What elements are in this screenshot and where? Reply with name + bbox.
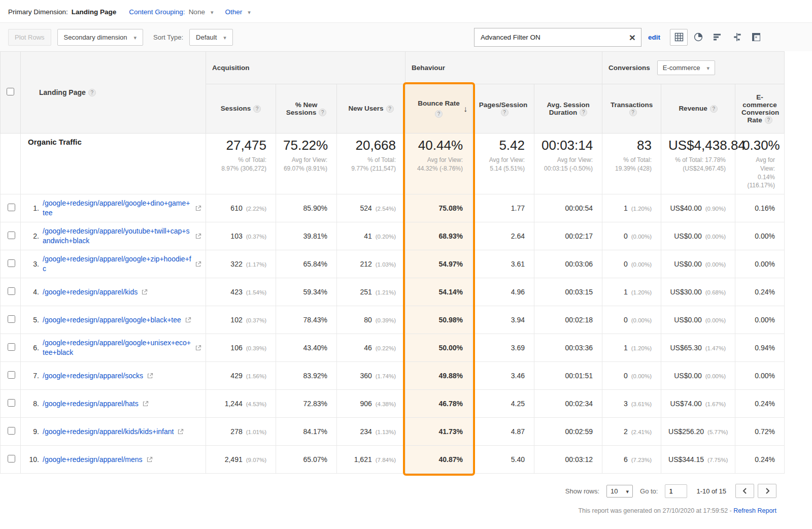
row-checkbox[interactable] <box>8 427 15 435</box>
open-in-new-icon[interactable] <box>177 428 184 435</box>
avg-session-duration-cell: 00:03:12 <box>534 446 602 474</box>
help-icon[interactable] <box>765 116 772 124</box>
conv-rate-cell: 0.24% <box>735 446 785 474</box>
summary-transactions-cell: 83 % of Total:19.39% (428) <box>602 134 661 194</box>
new-sessions-column-header[interactable]: % New Sessions <box>276 84 337 134</box>
avg-session-duration-cell: 00:00:54 <box>534 194 602 222</box>
next-page-button[interactable] <box>758 484 776 498</box>
help-icon[interactable] <box>88 89 96 96</box>
open-in-new-icon[interactable] <box>195 205 201 212</box>
transactions-cell: 1(1.20%) <box>602 334 661 362</box>
content-grouping-link[interactable]: Content Grouping: <box>129 8 185 16</box>
row-checkbox[interactable] <box>8 343 15 351</box>
plot-rows-button[interactable]: Plot Rows <box>8 29 51 46</box>
refresh-report-link[interactable]: Refresh Report <box>733 507 776 514</box>
landing-page-link[interactable]: /google+redesign/apparel/google+zip+hood… <box>43 254 191 274</box>
help-icon[interactable] <box>629 109 637 116</box>
open-in-new-icon[interactable] <box>195 345 201 351</box>
new-users-value: 906 <box>360 400 371 408</box>
landing-page-link[interactable]: /google+redesign/apparel/google+dino+gam… <box>43 199 191 218</box>
row-checkbox[interactable] <box>8 399 15 407</box>
pivot-view-icon[interactable] <box>747 29 765 46</box>
row-checkbox[interactable] <box>8 287 15 295</box>
new-users-value: 524 <box>360 204 371 212</box>
open-in-new-icon[interactable] <box>147 373 153 379</box>
bounce-rate-cell: 49.88% <box>405 362 472 390</box>
pages-session-cell: 3.69 <box>472 334 534 362</box>
select-all-checkbox[interactable] <box>7 88 14 95</box>
open-in-new-icon[interactable] <box>195 261 201 268</box>
summary-new-sessions-cell: 75.22% Avg for View:69.07% (8.91%) <box>276 134 337 194</box>
transactions-column-header[interactable]: Transactions <box>602 84 661 134</box>
sort-type-button[interactable]: Default <box>189 29 233 46</box>
help-icon[interactable] <box>386 105 394 113</box>
toolbar-right: Advanced Filter ON edit <box>474 28 765 47</box>
table-wrap: Landing Page Acquisition Behaviour Conve… <box>0 51 812 474</box>
pages-session-cell: 5.40 <box>472 446 534 474</box>
landing-page-link[interactable]: /google+redesign/apparel/kids <box>43 287 138 297</box>
new-sessions-value: 59.34% <box>303 288 327 296</box>
new-users-column-header[interactable]: New Users <box>337 84 405 134</box>
row-checkbox[interactable] <box>8 232 15 239</box>
avg-session-duration-column-header[interactable]: Avg. Session Duration <box>534 84 602 134</box>
landing-page-link[interactable]: /google+redesign/apparel/socks <box>43 371 143 381</box>
row-checkbox-cell <box>1 418 21 446</box>
landing-page-link[interactable]: /google+redesign/apparel/kids/kids+infan… <box>43 427 174 437</box>
landing-page-link[interactable]: /google+redesign/apparel/hats <box>43 399 139 409</box>
help-icon[interactable] <box>501 109 509 116</box>
open-in-new-icon[interactable] <box>185 317 191 323</box>
summary-new-sessions-sub-value: 69.07% (8.91%) <box>284 165 327 172</box>
bounce-rate-column-header[interactable]: Bounce Rate <box>405 84 472 134</box>
conv-rate-value: 0.24% <box>755 288 775 296</box>
help-icon[interactable] <box>319 109 326 116</box>
previous-page-button[interactable] <box>735 484 754 498</box>
remove-filter-icon[interactable] <box>624 28 641 46</box>
other-dimension-link[interactable]: Other <box>225 8 242 16</box>
landing-page-link[interactable]: /google+redesign/apparel/youtube+twill+c… <box>43 226 191 246</box>
conv-rate-value: 0.00% <box>755 316 775 324</box>
row-number: 1. <box>25 204 39 212</box>
sort-descending-icon[interactable] <box>463 105 467 114</box>
help-icon[interactable] <box>253 105 261 113</box>
duration-value: 00:00:54 <box>565 204 593 212</box>
table-row: 1. /google+redesign/apparel/google+dino+… <box>1 194 785 222</box>
comparison-view-icon[interactable] <box>728 29 746 46</box>
ecommerce-conversion-rate-column-header[interactable]: E-commerce Conversion Rate <box>735 84 785 134</box>
landing-page-column-header[interactable]: Landing Page <box>21 52 206 134</box>
sessions-value: 2,491 <box>225 455 243 464</box>
open-in-new-icon[interactable] <box>141 289 148 295</box>
row-checkbox[interactable] <box>8 455 15 462</box>
show-rows-select[interactable]: 10 <box>606 485 633 498</box>
row-checkbox[interactable] <box>8 315 15 323</box>
help-icon[interactable] <box>580 109 587 116</box>
landing-page-link[interactable]: /google+redesign/apparel/google+unisex+e… <box>43 338 191 357</box>
pages-session-column-header[interactable]: Pages/Session <box>472 84 534 134</box>
edit-filter-link[interactable]: edit <box>648 34 660 41</box>
row-checkbox[interactable] <box>8 371 15 379</box>
row-checkbox[interactable] <box>8 204 15 211</box>
landing-page-link[interactable]: /google+redesign/apparel/mens <box>43 455 143 465</box>
conv-rate-value: 0.00% <box>755 232 775 240</box>
bounce-rate-value: 40.87% <box>439 455 463 464</box>
performance-view-icon[interactable] <box>708 29 726 46</box>
table-view-icon[interactable] <box>670 29 688 46</box>
landing-page-link[interactable]: /google+redesign/apparel/google+black+te… <box>43 315 181 325</box>
content-grouping-value[interactable]: None <box>189 8 205 16</box>
acquisition-group-header: Acquisition <box>206 52 405 84</box>
goto-page-input[interactable] <box>665 484 687 498</box>
primary-dimension-value[interactable]: Landing Page <box>72 8 117 16</box>
sessions-column-header[interactable]: Sessions <box>206 84 276 134</box>
help-icon[interactable] <box>710 105 718 113</box>
revenue-column-header[interactable]: Revenue <box>661 84 735 134</box>
row-checkbox[interactable] <box>8 259 15 267</box>
secondary-dimension-button[interactable]: Secondary dimension <box>57 29 144 46</box>
ecommerce-selector[interactable]: E-commerce <box>657 60 715 75</box>
open-in-new-icon[interactable] <box>195 233 201 240</box>
help-icon[interactable] <box>435 110 443 118</box>
percentage-view-icon[interactable] <box>689 29 707 46</box>
open-in-new-icon[interactable] <box>146 456 153 463</box>
advanced-filter-box[interactable]: Advanced Filter ON <box>474 28 641 47</box>
revenue-cell: US$74.00(1.67%) <box>661 390 735 418</box>
conv-rate-cell: 0.72% <box>735 418 785 446</box>
open-in-new-icon[interactable] <box>142 401 149 407</box>
